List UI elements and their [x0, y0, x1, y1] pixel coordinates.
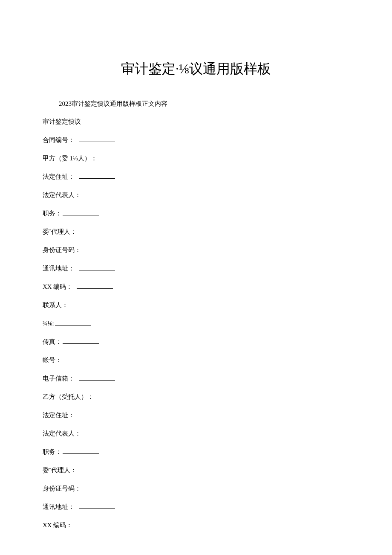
form-line: 职务：	[43, 447, 349, 456]
blank-underline	[79, 375, 115, 381]
blank-underline	[63, 209, 99, 215]
field-label: 帐号：	[43, 357, 62, 363]
field-label: 法定住址：	[43, 173, 75, 180]
form-line: ¾⅛:	[43, 319, 349, 328]
form-line: 委ˆ代理人：	[43, 466, 349, 475]
blank-underline	[63, 356, 99, 362]
field-label: 委ˆ代理人：	[43, 228, 77, 235]
blank-underline	[63, 338, 99, 344]
field-label: 身份证号码：	[43, 247, 81, 253]
field-label: XX 编码：	[43, 522, 72, 529]
blank-underline	[55, 320, 91, 325]
blank-underline	[63, 448, 99, 454]
field-label: XX 编码：	[43, 283, 72, 290]
form-line: 帐号：	[43, 356, 349, 365]
field-label: 身份证号码：	[43, 485, 81, 492]
blank-underline	[69, 301, 105, 307]
blank-underline	[77, 283, 113, 289]
field-label: ¾⅛:	[43, 320, 54, 327]
form-line: 委ˆ代理人：	[43, 227, 349, 236]
field-label: 法定住址：	[43, 412, 75, 418]
field-label: 法定代表人：	[43, 430, 81, 437]
blank-underline	[79, 503, 115, 509]
field-label: 通讯地址：	[43, 503, 75, 510]
form-line: 职务：	[43, 209, 349, 218]
blank-underline	[77, 521, 113, 527]
field-label: 乙方（受托人）：	[43, 393, 94, 400]
blank-underline	[79, 411, 115, 417]
blank-underline	[79, 264, 115, 270]
form-line: 传真：	[43, 337, 349, 346]
field-label: 甲方（委 1⅛人）：	[43, 155, 97, 162]
form-line: 甲方（委 1⅛人）：	[43, 154, 349, 163]
field-label: 职务：	[43, 210, 62, 217]
form-line: XX 编码：	[43, 282, 349, 291]
field-label: 合同编号：	[43, 137, 75, 143]
document-title: 审计鉴定·⅛议通用版样板	[43, 60, 349, 78]
field-label: 电子信箱：	[43, 375, 75, 382]
form-line: 法定代表人：	[43, 191, 349, 200]
form-line: 合同编号：	[43, 136, 349, 145]
form-line: 审计鉴定慎议	[43, 117, 349, 126]
form-line: 联系人：	[43, 301, 349, 310]
field-label: 通讯地址：	[43, 265, 75, 272]
form-line: XX 编码：	[43, 521, 349, 530]
blank-underline	[79, 136, 115, 142]
form-line: 法定住址：	[43, 411, 349, 420]
form-lines-container: 审计鉴定慎议合同编号：甲方（委 1⅛人）：法定住址：法定代表人：职务：委ˆ代理人…	[43, 117, 349, 530]
intro-text: 2023审计鉴定慎议通用版样板正文内容	[43, 100, 349, 108]
blank-underline	[79, 173, 115, 179]
form-line: 身份证号码：	[43, 484, 349, 493]
field-label: 传真：	[43, 338, 62, 345]
field-label: 职务：	[43, 448, 62, 455]
form-line: 乙方（受托人）：	[43, 392, 349, 401]
field-label: 审计鉴定慎议	[43, 118, 81, 125]
form-line: 法定代表人：	[43, 429, 349, 438]
form-line: 通讯地址：	[43, 264, 349, 273]
form-line: 身份证号码：	[43, 246, 349, 255]
form-line: 电子信箱：	[43, 374, 349, 383]
field-label: 委ˆ代理人：	[43, 467, 77, 474]
form-line: 法定住址：	[43, 172, 349, 181]
field-label: 联系人：	[43, 302, 68, 308]
field-label: 法定代表人：	[43, 192, 81, 198]
form-line: 通讯地址：	[43, 503, 349, 511]
